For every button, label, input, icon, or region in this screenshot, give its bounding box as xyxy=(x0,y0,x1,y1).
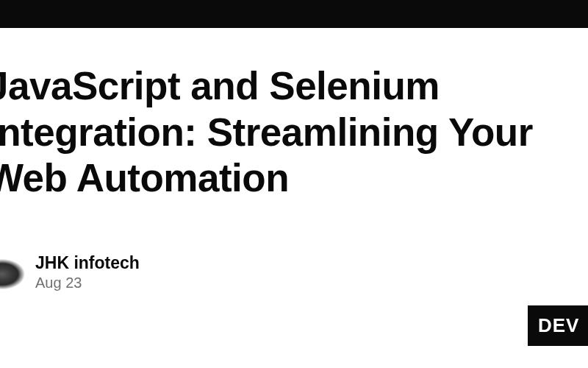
publish-date: Aug 23 xyxy=(35,275,140,291)
dev-badge[interactable]: DEV xyxy=(528,305,588,346)
author-avatar[interactable] xyxy=(0,253,25,291)
byline: JHK infotech Aug 23 xyxy=(0,253,588,291)
top-bar xyxy=(0,0,588,28)
article-content: JavaScript and Selenium Integration: Str… xyxy=(0,28,588,202)
author-name[interactable]: JHK infotech xyxy=(35,253,140,273)
article-title: JavaScript and Selenium Integration: Str… xyxy=(0,63,588,202)
author-block: JHK infotech Aug 23 xyxy=(35,253,140,291)
